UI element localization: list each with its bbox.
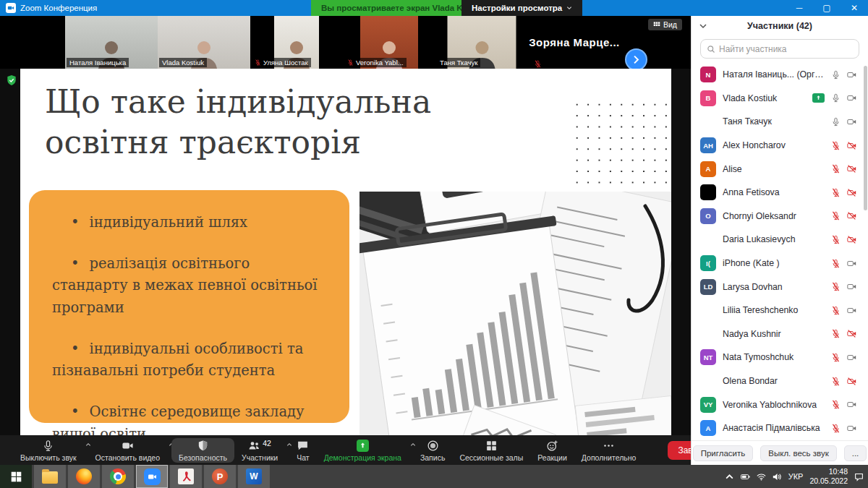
- toolbar-shield-button[interactable]: Безопасность: [171, 438, 234, 463]
- video-tile[interactable]: Veronika Yabl...: [343, 16, 435, 69]
- toolbar-cam-button[interactable]: Остановить видео: [88, 438, 171, 463]
- word-icon: W: [246, 468, 262, 484]
- video-tile[interactable]: Уляна Шостак: [250, 16, 343, 69]
- view-mode-button[interactable]: Вид: [648, 19, 682, 30]
- toolbar-share-button[interactable]: Демонстрация экрана: [317, 438, 413, 463]
- video-tile[interactable]: Зоряна Марце...: [528, 16, 621, 69]
- video-tile[interactable]: Vlada Kostiuk: [158, 16, 250, 69]
- screen-sharing-badge: [812, 93, 825, 103]
- toolbar-smiley-button[interactable]: Реакции: [530, 438, 574, 463]
- toolbar-dots-button[interactable]: Дополнительно: [574, 438, 644, 463]
- toolbar-record-button[interactable]: Запись: [413, 438, 452, 463]
- panel-collapse-chevron-icon[interactable]: [699, 22, 707, 30]
- scrollbar-thumb[interactable]: [864, 66, 867, 210]
- participant-row[interactable]: Liliia Tereshchenko: [692, 299, 868, 322]
- language-indicator[interactable]: УКР: [788, 472, 804, 481]
- search-input[interactable]: [719, 44, 853, 54]
- participant-name: iPhone (Kate ): [723, 258, 827, 268]
- next-participants-button[interactable]: [625, 48, 647, 71]
- participants-header: Участники (42): [692, 16, 868, 36]
- camera-off-icon: [847, 141, 856, 150]
- mute-all-button[interactable]: Выкл. весь звук: [760, 445, 836, 461]
- hidden-icons-chevron-icon[interactable]: [725, 472, 734, 481]
- grid-icon: [653, 21, 660, 28]
- reactions-icon: [546, 440, 558, 452]
- view-settings-label: Настройки просмотра: [472, 4, 562, 12]
- taskbar-app-acrobat[interactable]: [170, 465, 202, 488]
- participant-search-box: [700, 39, 859, 59]
- participant-name-label: Таня Ткачук: [437, 58, 480, 67]
- participant-row[interactable]: NНаталя Іваниць... (Организатор, я): [692, 63, 868, 87]
- taskbar-app-zoom[interactable]: [136, 465, 168, 488]
- toolbar-people-button[interactable]: 42 Участники: [234, 438, 289, 463]
- camera-icon: [847, 93, 856, 103]
- toolbar-chat-button[interactable]: Чат: [289, 438, 316, 463]
- windows-logo-icon: [10, 471, 22, 483]
- participant-row[interactable]: VYVeronika Yablochnikova: [692, 393, 868, 416]
- toolbar-mic-button[interactable]: Выключить звук: [13, 438, 88, 463]
- more-icon: [603, 440, 615, 452]
- close-button[interactable]: ✕: [841, 0, 868, 16]
- maximize-button[interactable]: ▢: [813, 0, 841, 16]
- participant-name-overlay: Зоряна Марце...: [528, 16, 621, 69]
- participant-row[interactable]: AAlise: [692, 157, 868, 181]
- taskbar-app-word[interactable]: W: [238, 465, 270, 488]
- camera-icon: [847, 424, 856, 433]
- view-settings-button[interactable]: Настройки просмотра: [461, 0, 582, 16]
- battery-icon[interactable]: [741, 472, 750, 481]
- mic-muted-icon: [831, 282, 841, 291]
- camera-icon: [122, 440, 134, 452]
- participant-row[interactable]: LDLarysa Dovhan: [692, 275, 868, 299]
- slide-title: Що таке індивідуальна освітня траєкторія: [45, 82, 431, 163]
- more-options-button[interactable]: ...: [844, 445, 867, 461]
- participant-row[interactable]: NTNata Tymoshchuk: [692, 346, 868, 369]
- taskbar-app-powerpoint[interactable]: P: [204, 465, 236, 488]
- volume-icon[interactable]: [773, 472, 782, 481]
- share-screen-icon: [359, 442, 367, 450]
- participant-row[interactable]: AАнастасія Підмалівська: [692, 416, 868, 440]
- taskbar-app-firefox[interactable]: [68, 465, 100, 488]
- participant-row[interactable]: BVlada Kostiuk: [692, 87, 868, 111]
- taskbar-app-explorer[interactable]: [34, 465, 66, 488]
- participant-row[interactable]: I(iPhone (Kate ): [692, 252, 868, 275]
- camera-off-icon: [847, 211, 856, 221]
- participant-name: Olena Bondar: [723, 376, 827, 386]
- taskbar-app-chrome[interactable]: [102, 465, 134, 488]
- avatar: AH: [700, 137, 716, 153]
- minimize-button[interactable]: ─: [786, 0, 813, 16]
- toolbar-label: Демонстрация экрана: [324, 453, 401, 462]
- slide-bullet: •індивідуальний шлях: [52, 212, 328, 234]
- camera-icon: [148, 472, 157, 481]
- toolbar-label: Участники: [242, 453, 278, 462]
- avatar: O: [700, 208, 716, 224]
- taskbar-clock[interactable]: 10:48 20.05.2022: [809, 467, 848, 486]
- title-bar: Zoom Конференция Вы просматриваете экран…: [0, 0, 868, 16]
- participant-row[interactable]: OChornyi Oleksandr: [692, 205, 868, 228]
- invite-button[interactable]: Пригласить: [693, 445, 754, 461]
- toolbar-breakout-button[interactable]: Сессионные залы: [452, 438, 530, 463]
- participant-row[interactable]: Таня Ткачук: [692, 110, 868, 134]
- video-tile[interactable]: Наталя Іваницька: [65, 16, 158, 69]
- wifi-icon[interactable]: [757, 472, 766, 481]
- zoom-app-icon: [6, 3, 16, 13]
- mic-muted-icon: [831, 211, 841, 221]
- participant-row[interactable]: Olena Bondar: [692, 369, 868, 393]
- toolbar-label: Запись: [420, 453, 445, 462]
- tray-date: 20.05.2022: [809, 476, 848, 486]
- participant-row[interactable]: Daria Lukasievych: [692, 228, 868, 252]
- mic-muted-icon: [831, 353, 841, 362]
- participant-name: Nata Tymoshchuk: [723, 352, 827, 362]
- toolbar-label: Чат: [297, 453, 309, 462]
- action-center-icon[interactable]: [854, 472, 864, 481]
- toolbar-label: Реакции: [537, 453, 567, 462]
- participant-row[interactable]: AHAlex Honcharov: [692, 134, 868, 158]
- start-button[interactable]: [0, 465, 32, 488]
- toolbar-label: Остановить видео: [95, 453, 160, 462]
- share-screen-icon-bg: [357, 440, 369, 452]
- video-tile[interactable]: Таня Ткачук: [435, 16, 528, 69]
- participant-name: Наталя Іваниць... (Организатор, я): [723, 69, 827, 80]
- avatar: I(: [700, 255, 716, 271]
- participant-row[interactable]: Anna Fetisova: [692, 181, 868, 205]
- avatar: A: [700, 420, 716, 436]
- participant-row[interactable]: Nadya Kushnir: [692, 322, 868, 346]
